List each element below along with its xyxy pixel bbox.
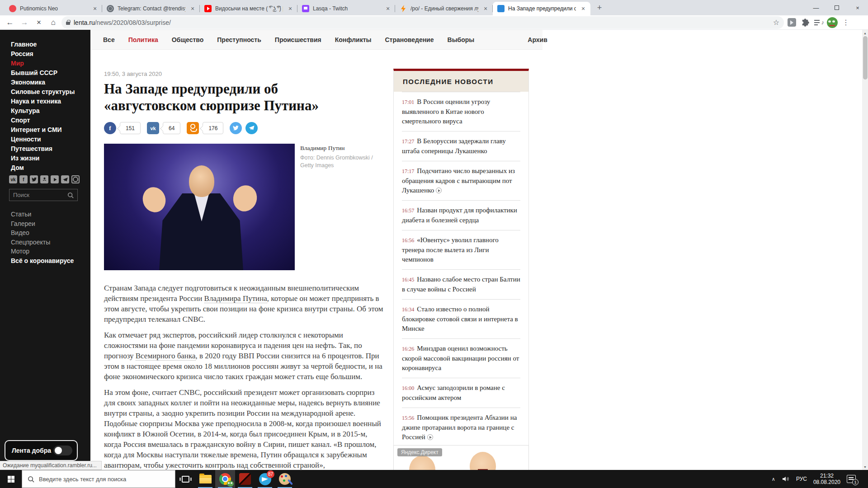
chrome-menu-icon[interactable]: ⋮ (840, 17, 852, 28)
start-button[interactable] (0, 470, 22, 488)
extensions-puzzle-icon[interactable] (799, 17, 811, 28)
tab-close-icon[interactable]: × (287, 5, 294, 12)
lenta-dobra-toggle[interactable] (53, 446, 72, 455)
sidebar-nav-item[interactable]: Россия (11, 49, 90, 59)
topnav-item[interactable]: Все (103, 36, 115, 43)
world-bank-link[interactable]: Всемирного банка (136, 352, 196, 361)
facebook-icon[interactable]: f (19, 175, 28, 183)
language-indicator[interactable]: РУС (796, 476, 807, 482)
news-item[interactable]: 17:17Подсчитано число вырезанных из обра… (402, 161, 520, 200)
news-item[interactable]: 16:34Стало известно о полной блокировке … (402, 299, 520, 338)
scrollbar-up-icon[interactable]: ▲ (862, 30, 868, 36)
back-icon[interactable]: ← (4, 16, 16, 29)
sidebar-nav-item[interactable]: Главное (11, 40, 90, 49)
yandex-direct-ad[interactable]: Яндекс.Директ (393, 445, 529, 470)
sidebar-nav-item[interactable]: Культура (11, 106, 90, 116)
topnav-item[interactable]: Выборы (448, 36, 475, 43)
topnav-item[interactable]: Происшествия (275, 36, 321, 43)
topnav-item[interactable]: Общество (172, 36, 204, 43)
browser-tab[interactable]: На Западе предупредили об «ав × (493, 2, 590, 15)
sidebar-nav-item[interactable]: Бывший СССР (11, 68, 90, 78)
lock-icon[interactable] (66, 22, 70, 25)
sidebar-link[interactable]: Всё о коронавирусе (11, 256, 74, 266)
vk-icon[interactable]: vk (9, 175, 17, 183)
topnav-item[interactable]: Страноведение (385, 36, 434, 43)
sidebar-nav-item[interactable]: Дом (11, 163, 90, 173)
sidebar-nav-item[interactable]: Наука и техника (11, 97, 90, 106)
telegram-button[interactable]: 87 (255, 470, 275, 488)
instagram-icon[interactable] (71, 175, 80, 183)
news-item[interactable]: 16:57Назван продукт для профилактики диа… (402, 200, 520, 230)
sidebar-nav-item[interactable]: Путешествия (11, 144, 90, 154)
sidebar-nav-item[interactable]: Интернет и СМИ (11, 125, 90, 135)
taskbar-search[interactable]: Введите здесь текст для поиска (22, 470, 175, 488)
home-icon[interactable]: ⌂ (47, 16, 60, 29)
putin-link[interactable]: Владимира Путина (204, 294, 267, 303)
facebook-share-button[interactable]: f (104, 122, 116, 134)
sidebar-search[interactable] (9, 189, 78, 201)
scrollbar-down-icon[interactable]: ▼ (862, 464, 868, 470)
file-explorer-button[interactable] (195, 470, 215, 488)
odnoklassniki-icon[interactable] (40, 175, 48, 183)
sidebar-link[interactable]: Спецпроекты (11, 238, 74, 247)
sidebar-nav-item[interactable]: Мир (11, 59, 90, 68)
tab-close-icon[interactable]: × (91, 5, 99, 12)
browser-tab[interactable]: Видосычи на месте ( ͡° ͜ʖ ͡°) [https: × (200, 2, 297, 15)
task-view-button[interactable] (175, 470, 195, 488)
twitter-share-button[interactable] (230, 122, 242, 134)
forward-icon[interactable]: → (18, 16, 31, 29)
hidden-icons-chevron[interactable]: ∧ (772, 476, 775, 482)
sidebar-nav-item[interactable]: Экономика (11, 78, 90, 87)
sidebar-nav-item[interactable]: Из жизни (11, 154, 90, 163)
news-item[interactable]: 15:56Помощник президента Абхазии на джип… (402, 408, 520, 447)
paint-button[interactable] (275, 470, 295, 488)
tab-close-icon[interactable]: × (384, 5, 392, 12)
url-text[interactable]: lenta.ru/news/2020/08/03/surprise/ (74, 19, 769, 26)
sidebar-nav-item[interactable]: Ценности (11, 135, 90, 144)
sidebar-link[interactable]: Галереи (11, 219, 74, 229)
news-item[interactable]: 17:27В Белоруссии задержали главу штаба … (402, 131, 520, 161)
news-item[interactable]: 16:00Асмус заподозрили в романе с россий… (402, 378, 520, 408)
browser-tab[interactable]: Putinomics Neo × (5, 2, 102, 15)
volume-icon[interactable] (782, 475, 790, 483)
extension-icon[interactable] (786, 17, 797, 28)
sidebar-search-input[interactable] (13, 192, 65, 198)
sidebar-nav-item[interactable]: Силовые структуры (11, 87, 90, 97)
telegram-share-button[interactable] (245, 122, 258, 134)
bookmark-star-icon[interactable]: ☆ (773, 18, 779, 27)
action-center-icon[interactable]: 1 (847, 475, 856, 483)
news-item[interactable]: 17:01В России оценили угрозу выявленного… (402, 92, 520, 131)
sidebar-link[interactable]: Статьи (11, 210, 74, 219)
profile-avatar[interactable] (826, 17, 838, 28)
browser-tab[interactable]: Lasqa - Twitch × (297, 2, 395, 15)
tab-close-icon[interactable]: × (189, 5, 196, 12)
news-item[interactable]: 16:56«Ювентус» уволил главного тренера п… (402, 230, 520, 269)
taskbar-clock[interactable]: 21:32 08.08.2020 (813, 473, 840, 485)
playlist-extension-icon[interactable]: ♪ (813, 17, 825, 28)
topnav-item[interactable]: Преступность (217, 36, 261, 43)
topnav-item[interactable]: Политика (128, 36, 158, 43)
ok-share-button[interactable] (187, 122, 199, 134)
dota2-button[interactable] (235, 470, 255, 488)
new-tab-button[interactable]: + (593, 1, 606, 14)
topnav-item[interactable]: Конфликты (335, 36, 372, 43)
tab-close-icon[interactable]: × (482, 5, 489, 12)
youtube-icon[interactable] (51, 175, 59, 183)
browser-tab[interactable]: Telegram: Contact @trendisyourf × (102, 2, 200, 15)
close-button[interactable]: × (847, 0, 868, 15)
twitter-icon[interactable] (30, 175, 38, 183)
stop-icon[interactable]: × (33, 16, 45, 29)
chrome-button[interactable] (215, 470, 235, 488)
address-bar[interactable]: lenta.ru/news/2020/08/03/surprise/ ☆ (61, 16, 784, 29)
scrollbar-thumb[interactable] (863, 36, 868, 80)
news-item[interactable]: 16:45Названо слабое место стран Балтии в… (402, 269, 520, 299)
maximize-button[interactable] (826, 0, 847, 15)
minimize-button[interactable]: — (806, 0, 826, 15)
sidebar-link[interactable]: Мотор (11, 247, 74, 256)
sidebar-link[interactable]: Видео (11, 228, 74, 238)
tab-close-icon[interactable]: × (580, 5, 587, 12)
page-scrollbar[interactable]: ▲ ▼ (862, 30, 868, 470)
news-item[interactable]: 16:26Минздрав оценил возможность скорой … (402, 338, 520, 378)
sidebar-nav-item[interactable]: Спорт (11, 116, 90, 125)
vk-share-button[interactable]: vk (147, 122, 159, 134)
